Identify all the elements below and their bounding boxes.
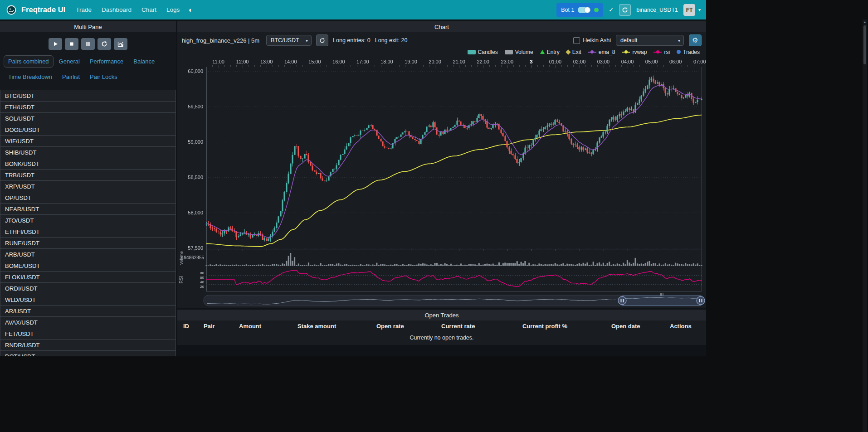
legend-item-exit[interactable]: Exit xyxy=(566,49,581,55)
trades-column-header: Stake amount xyxy=(297,323,376,330)
candlestick-chart[interactable] xyxy=(177,56,706,308)
rsi-marker-icon xyxy=(653,52,662,53)
trades-column-header: Actions xyxy=(670,323,706,330)
trades-column-header: Open date xyxy=(611,323,670,330)
plot-settings-button[interactable]: ⚙ xyxy=(689,34,702,46)
pair-select[interactable]: BTC/USDT xyxy=(266,35,312,46)
candles-marker-icon xyxy=(468,50,476,54)
pair-row[interactable]: WLD/USDT xyxy=(0,294,176,306)
pause-button[interactable] xyxy=(81,38,95,50)
cancel-open-orders-button[interactable] xyxy=(114,38,127,50)
heikin-ashi-checkbox[interactable] xyxy=(573,37,580,44)
open-trades-column-headers: ID Pair Amount Stake amount Open rate Cu… xyxy=(177,320,706,332)
pair-row[interactable]: XRP/USDT xyxy=(0,180,176,192)
legend-item-trades[interactable]: Trades xyxy=(677,49,700,55)
tab-pairlist[interactable]: Pairlist xyxy=(58,71,84,83)
scroll-up-arrow-icon[interactable]: ▲ xyxy=(863,19,867,24)
nav-item-dashboard[interactable]: Dashboard xyxy=(102,6,132,13)
scrollbar-thumb[interactable] xyxy=(863,25,866,64)
pair-row[interactable]: AR/USDT xyxy=(0,305,176,317)
legend-label: Trades xyxy=(683,49,700,55)
legend-item-rvwap[interactable]: rvwap xyxy=(622,49,647,55)
trades-column-header: Pair xyxy=(204,323,239,330)
nav-item-logs[interactable]: Logs xyxy=(166,6,180,13)
legend-label: Entry xyxy=(547,49,560,55)
pair-row[interactable]: WIF/USDT xyxy=(0,135,176,147)
pair-row[interactable]: FET/USDT xyxy=(0,328,176,340)
pair-row[interactable]: TRB/USDT xyxy=(0,169,176,181)
pair-row[interactable]: OP/USDT xyxy=(0,192,176,204)
bot-toggle-switch[interactable] xyxy=(578,7,590,13)
trades-column-header: Current rate xyxy=(441,323,522,330)
trades-column-header: Amount xyxy=(239,323,297,330)
reload-icon xyxy=(101,41,107,47)
plot-config-select[interactable]: default xyxy=(616,35,684,46)
multi-pane-header: Multi Pane xyxy=(0,21,176,32)
refresh-button[interactable] xyxy=(619,4,631,16)
chart-refresh-button[interactable] xyxy=(316,34,328,46)
pair-row[interactable]: ETHFI/USDT xyxy=(0,226,176,238)
volume-marker-icon xyxy=(505,50,513,54)
freqtrade-logo-icon[interactable] xyxy=(5,4,17,16)
theme-toggle-icon[interactable]: ◐ xyxy=(189,6,193,14)
user-avatar[interactable]: FT xyxy=(683,4,695,16)
exit-marker-icon xyxy=(566,49,571,54)
user-menu-caret-icon[interactable]: ▾ xyxy=(698,7,701,12)
legend-item-ema-8[interactable]: ema_8 xyxy=(588,49,615,55)
pair-row[interactable]: BONK/USDT xyxy=(0,158,176,170)
legend-item-rsi[interactable]: rsi xyxy=(653,49,670,55)
multi-pane-panel: Multi Pane Pairs combined xyxy=(0,21,176,356)
legend-item-entry[interactable]: Entry xyxy=(540,49,560,55)
tab-balance[interactable]: Balance xyxy=(129,55,159,68)
pair-row[interactable]: ARB/USDT xyxy=(0,248,176,260)
legend-label: rsi xyxy=(664,49,670,55)
pair-row[interactable]: BTC/USDT xyxy=(0,90,176,102)
heikin-ashi-label: Heikin Ashi xyxy=(583,37,611,44)
stop-button[interactable] xyxy=(65,38,78,50)
plot-config-select-wrap: default xyxy=(616,35,684,46)
legend-item-candles[interactable]: Candles xyxy=(468,49,498,55)
trades-marker-icon xyxy=(677,50,681,54)
pair-row[interactable]: JTO/USDT xyxy=(0,214,176,226)
pair-row[interactable]: ORDI/USDT xyxy=(0,282,176,294)
pair-row[interactable]: ETH/USDT xyxy=(0,101,176,113)
page-scrollbar[interactable]: ▲ xyxy=(863,19,867,432)
multi-pane-tabs: Pairs combined General Performance Balan… xyxy=(0,54,176,84)
bot-selector[interactable]: Bot 1 xyxy=(556,3,603,17)
bot-instance-label: binance_USDT1 xyxy=(636,7,678,13)
reload-config-button[interactable] xyxy=(98,38,111,50)
nav-item-chart[interactable]: Chart xyxy=(141,6,156,13)
nav-item-trade[interactable]: Trade xyxy=(76,6,92,13)
pair-row[interactable]: SHIB/USDT xyxy=(0,146,176,158)
pair-row[interactable]: RUNE/USDT xyxy=(0,237,176,249)
freqtrade-app-window: Freqtrade UI Trade Dashboard Chart Logs … xyxy=(0,0,706,356)
tab-time-breakdown[interactable]: Time Breakdown xyxy=(4,71,57,83)
auto-refresh-check-icon[interactable]: ✓ xyxy=(609,6,614,13)
start-button[interactable] xyxy=(49,38,62,50)
legend-label: ema_8 xyxy=(599,49,615,55)
trades-column-header: Open rate xyxy=(376,323,441,330)
pause-icon xyxy=(85,41,91,47)
long-exit-label: Long exit: 20 xyxy=(375,37,408,44)
stop-icon xyxy=(68,41,75,47)
pair-row[interactable]: AVAX/USDT xyxy=(0,316,176,328)
bot-name-label: Bot 1 xyxy=(561,7,574,13)
legend-label: rvwap xyxy=(632,49,647,55)
app-title[interactable]: Freqtrade UI xyxy=(21,5,65,14)
pair-row[interactable]: RNDR/USDT xyxy=(0,339,176,351)
reload-icon xyxy=(622,7,628,13)
pair-row[interactable]: FLOKI/USDT xyxy=(0,271,176,283)
trades-column-header: ID xyxy=(183,323,204,330)
legend-item-volume[interactable]: Volume xyxy=(505,49,533,55)
pair-row[interactable]: DOT/USDT xyxy=(0,350,176,356)
pair-row[interactable]: NEAR/USDT xyxy=(0,203,176,215)
pair-row[interactable]: BOME/USDT xyxy=(0,260,176,272)
pair-row[interactable]: SOL/USDT xyxy=(0,112,176,124)
tab-pairs-combined[interactable]: Pairs combined xyxy=(4,55,54,68)
pair-row[interactable]: DOGE/USDT xyxy=(0,124,176,136)
chart-canvas[interactable] xyxy=(177,56,706,308)
tab-pair-locks[interactable]: Pair Locks xyxy=(85,71,122,83)
tab-performance[interactable]: Performance xyxy=(85,55,128,68)
chart-controls: high_frog_binance_v226 | 5m BTC/USDT Lon… xyxy=(177,32,706,48)
tab-general[interactable]: General xyxy=(54,55,84,68)
